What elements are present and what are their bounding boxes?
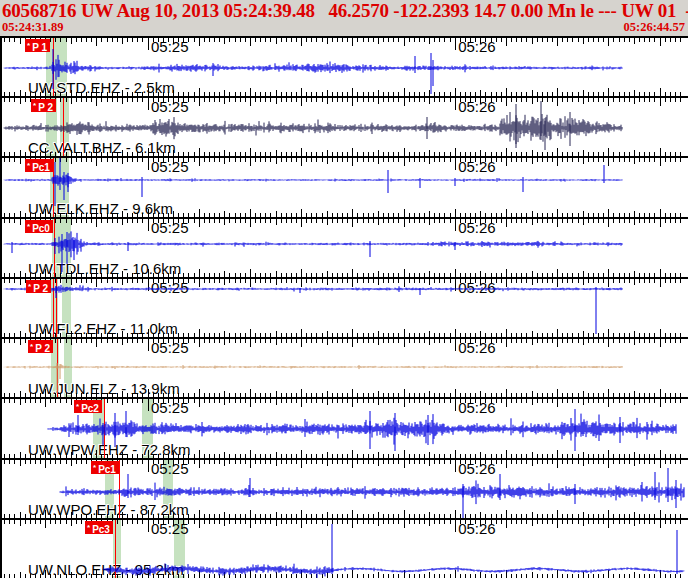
plot-left-border [0, 36, 2, 578]
pick-phase-label: Pc0 [32, 223, 50, 234]
waveform-canvas[interactable] [0, 279, 688, 337]
seismogram-trace [60, 468, 684, 518]
phase-pick-flag[interactable]: *Pc2 [74, 400, 102, 413]
pick-star-icon: * [93, 463, 96, 472]
seismogram-trace [4, 101, 622, 150]
event-header: 60568716 UW Aug 10, 2013 05:24:39.48 46.… [0, 0, 688, 36]
seismogram-trace [4, 363, 622, 393]
phase-pick-flag[interactable]: *P 1 [25, 39, 50, 52]
pick-phase-label: P 2 [33, 283, 48, 294]
pick-phase-label: P 2 [35, 343, 50, 354]
pick-star-icon: * [28, 282, 31, 291]
trace-row: 05:2505:26UW.NLO.EHZ - 95.2km*Pc3 [0, 518, 688, 578]
trace-panel: 05:2505:26UW.STD.EHZ - 2.5km*P 105:2505:… [0, 36, 688, 578]
time-tick-marks [5, 279, 681, 337]
waveform-canvas[interactable] [0, 399, 688, 458]
trace-row: 05:2505:26UW.STD.EHZ - 2.5km*P 1 [0, 36, 688, 96]
pick-phase-label: Pc3 [92, 524, 110, 535]
pick-star-icon: * [87, 523, 90, 532]
seismogram-trace [4, 285, 622, 334]
pick-star-icon: * [27, 41, 30, 50]
pick-phase-label: P 2 [38, 102, 53, 113]
phase-pick-flag[interactable]: *Pc1 [25, 159, 53, 172]
pick-phase-label: Pc2 [81, 403, 99, 414]
event-summary-title: 60568716 UW Aug 10, 2013 05:24:39.48 46.… [2, 0, 688, 22]
pick-phase-label: Pc1 [98, 464, 116, 475]
waveform-canvas[interactable] [0, 219, 688, 277]
time-tick-marks [5, 339, 681, 397]
pick-star-icon: * [33, 101, 36, 110]
waveform-canvas[interactable] [0, 158, 688, 217]
time-tick-marks [5, 158, 681, 217]
window-end-time: 05:26:44.57 [624, 20, 685, 35]
pick-phase-label: Pc1 [32, 162, 50, 173]
waveform-canvas[interactable] [0, 339, 688, 397]
pick-star-icon: * [76, 402, 79, 411]
seismogram-trace [4, 231, 622, 272]
seismogram-trace [48, 409, 676, 451]
pick-star-icon: * [27, 161, 30, 170]
phase-pick-flag[interactable]: *Pc3 [85, 521, 113, 534]
trace-row: 05:2505:26UW.WPW.EHZ - 72.8km*Pc2 [0, 397, 688, 458]
time-window-bar: 05:24:31.89 05:26:44.57 [2, 20, 685, 35]
trace-row: 05:2505:26UW.TDL.EHZ - 10.6km*Pc0 [0, 217, 688, 277]
pick-star-icon: * [30, 342, 33, 351]
seismogram-trace [103, 524, 684, 578]
phase-pick-flag[interactable]: *P 2 [28, 340, 53, 353]
phase-pick-flag[interactable]: *P 2 [31, 99, 56, 112]
trace-row: 05:2505:26UW.FL2.EHZ - 11.0km*P 2 [0, 277, 688, 337]
seismogram-viewer-window: 60568716 UW Aug 10, 2013 05:24:39.48 46.… [0, 0, 688, 578]
phase-pick-flag[interactable]: *Pc0 [25, 220, 53, 233]
phase-pick-flag[interactable]: *Pc1 [91, 461, 119, 474]
seismogram-trace [4, 49, 622, 94]
trace-row: 05:2505:26CC.VALT.BHZ - 6.1km*P 2 [0, 96, 688, 156]
trace-row: 05:2505:26UW.WPO.EHZ - 87.2km*Pc1 [0, 458, 688, 518]
trace-row: 05:2505:26UW.ELK.EHZ - 9.6km*Pc1 [0, 156, 688, 217]
waveform-canvas[interactable] [0, 98, 688, 156]
trace-row: 05:2505:26UW.JUN.ELZ - 13.9km*P 2 [0, 337, 688, 397]
phase-pick-flag[interactable]: *P 2 [26, 280, 51, 293]
pick-star-icon: * [27, 222, 30, 231]
time-tick-marks [5, 219, 681, 277]
window-start-time: 05:24:31.89 [2, 20, 63, 35]
pick-phase-label: P 1 [32, 42, 47, 53]
waveform-canvas[interactable] [0, 38, 688, 96]
